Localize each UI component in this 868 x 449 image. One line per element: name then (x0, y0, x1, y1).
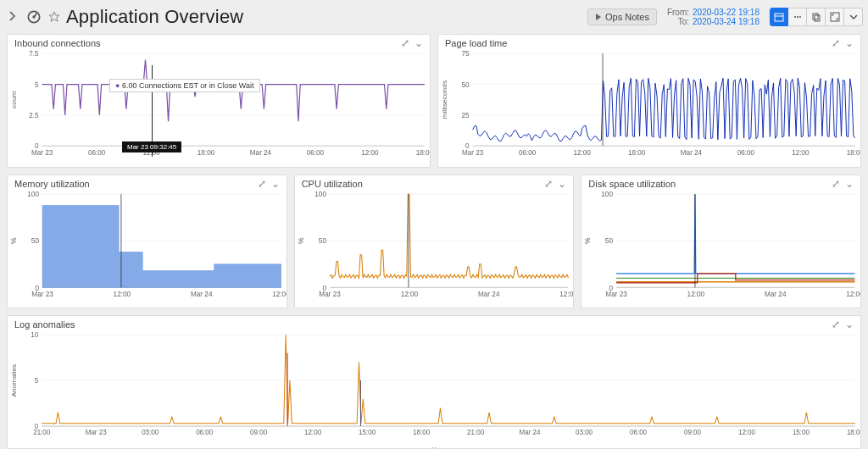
chevron-down-icon[interactable]: ⌄ (845, 319, 854, 330)
from-value: 2020-03-22 19:18 (693, 8, 760, 17)
svg-point-2 (32, 15, 35, 18)
dots-icon (793, 12, 803, 22)
panel-title: Memory utilization (14, 179, 258, 189)
svg-text:25: 25 (462, 112, 470, 119)
svg-text:12:00: 12:00 (738, 429, 756, 436)
expand-icon[interactable]: ⤢ (544, 179, 553, 189)
chevron-down-icon[interactable]: ⌄ (271, 179, 280, 189)
calendar-button[interactable] (770, 8, 788, 26)
expand-icon[interactable]: ⤢ (258, 179, 266, 189)
svg-text:5: 5 (35, 81, 39, 89)
header: Application Overview Ops Notes From: To:… (0, 0, 868, 34)
panel-page-load-time: Page load time ⤢ ⌄ 0255075Mar 2306:0012:… (437, 34, 861, 168)
svg-text:milliseconds: milliseconds (441, 80, 448, 119)
favorite-star-icon[interactable] (47, 10, 61, 24)
svg-text:06:00: 06:00 (737, 149, 755, 157)
svg-text:12:00: 12:00 (304, 429, 322, 436)
svg-text:Mar 24: Mar 24 (478, 290, 500, 298)
dots-button[interactable] (788, 8, 807, 26)
svg-text:12:00: 12:00 (272, 290, 286, 298)
chevron-down-icon[interactable]: ⌄ (415, 38, 423, 48)
svg-text:21:00: 21:00 (467, 429, 485, 436)
chart-memory[interactable]: 050100Mar 2312:00Mar 2412:00% (8, 191, 287, 303)
chart-anomalies[interactable]: 051021:00Mar 2303:0006:0009:0012:0015:00… (8, 331, 860, 442)
to-value: 2020-03-24 19:18 (693, 17, 760, 26)
svg-text:Anomalies: Anomalies (10, 364, 18, 397)
svg-text:Mar 24: Mar 24 (520, 429, 541, 436)
expand-icon[interactable]: ⤢ (401, 38, 409, 48)
svg-text:Mar 23: Mar 23 (31, 149, 53, 157)
svg-text:Mar 23: Mar 23 (86, 429, 107, 436)
time-range[interactable]: From: To: 2020-03-22 19:18 2020-03-24 19… (662, 8, 765, 26)
chart-disk[interactable]: 050100Mar 2312:00Mar 2412:00% (581, 191, 860, 303)
chevron-down-icon[interactable]: ⌄ (558, 179, 566, 189)
svg-text:18:00: 18:00 (198, 149, 215, 157)
chart-pageload[interactable]: 0255075Mar 2306:0012:0018:00Mar 2406:001… (438, 50, 860, 162)
svg-text:12:00: 12:00 (792, 149, 810, 157)
panel-cpu-utilization: CPU utilization ⤢⌄ 050100Mar 2312:00Mar … (294, 175, 575, 308)
fit-button[interactable] (826, 8, 844, 26)
svg-text:18:00: 18:00 (847, 429, 860, 436)
legend-chevron-icon[interactable]: ⌄ (430, 441, 438, 449)
panel-title: Page load time (445, 38, 832, 48)
dashboard-icon (25, 8, 42, 25)
svg-text:12:00: 12:00 (573, 149, 591, 157)
expand-icon[interactable]: ⤢ (832, 179, 840, 189)
svg-text:Mar 24: Mar 24 (191, 290, 213, 298)
more-button[interactable] (844, 8, 863, 26)
svg-text:12:00: 12:00 (361, 149, 379, 157)
svg-text:7.5: 7.5 (29, 50, 39, 58)
svg-point-7 (799, 16, 801, 18)
svg-text:100: 100 (27, 191, 39, 198)
svg-text:50: 50 (319, 236, 326, 245)
header-toolbar (770, 8, 863, 26)
expand-icon[interactable]: ⤢ (832, 319, 840, 330)
svg-text:%: % (584, 237, 593, 244)
svg-text:50: 50 (31, 236, 39, 245)
svg-text:Mar 24: Mar 24 (250, 149, 272, 157)
chart-cpu[interactable]: 050100Mar 2312:00Mar 2412:00% (295, 191, 574, 303)
svg-rect-9 (815, 15, 820, 21)
svg-text:Mar 24: Mar 24 (765, 290, 787, 298)
page-title: Application Overview (66, 6, 243, 28)
svg-text:18:00: 18:00 (416, 149, 430, 157)
svg-text:03:00: 03:00 (576, 429, 593, 436)
svg-text:03:00: 03:00 (142, 429, 159, 436)
chevron-down-icon (849, 13, 858, 21)
svg-text:06:00: 06:00 (307, 149, 325, 157)
svg-text:75: 75 (462, 50, 470, 58)
svg-text:100: 100 (314, 191, 326, 198)
svg-text:06:00: 06:00 (519, 149, 537, 157)
legend-chevron-icon[interactable]: ⌄ (645, 161, 654, 168)
svg-text:09:00: 09:00 (684, 429, 702, 436)
svg-text:5: 5 (35, 377, 39, 385)
svg-text:12:00: 12:00 (400, 290, 418, 298)
svg-point-6 (797, 16, 798, 18)
svg-rect-3 (775, 14, 783, 21)
panel-memory-utilization: Memory utilization ⤢⌄ 050100Mar 2312:00M… (7, 175, 287, 308)
svg-text:50: 50 (462, 81, 470, 89)
to-label: To: (667, 17, 689, 26)
svg-rect-10 (831, 13, 839, 21)
sidebar-toggle[interactable] (5, 8, 20, 26)
svg-text:%: % (297, 237, 305, 244)
chart-inbound[interactable]: 02.557.5Mar 2306:0012:0018:00Mar 2406:00… (8, 50, 430, 162)
chevron-down-icon[interactable]: ⌄ (845, 38, 854, 48)
ops-notes-button[interactable]: Ops Notes (587, 8, 657, 25)
svg-text:09:00: 09:00 (250, 429, 268, 436)
svg-text:Mar 23: Mar 23 (606, 290, 628, 298)
copy-icon (811, 12, 821, 22)
svg-rect-8 (813, 14, 818, 19)
svg-text:18:00: 18:00 (628, 149, 646, 157)
chevron-down-icon[interactable]: ⌄ (845, 179, 854, 189)
svg-text:10: 10 (31, 331, 38, 339)
svg-text:12:00: 12:00 (142, 149, 160, 157)
expand-icon[interactable]: ⤢ (832, 38, 840, 48)
copy-button[interactable] (807, 8, 826, 26)
from-label: From: (667, 8, 689, 17)
legend-chevron-icon[interactable]: ⌄ (214, 161, 223, 168)
panel-title: Log anomalies (14, 319, 832, 330)
dashboard-grid: Inbound connections ⤢ ⌄ 02.557.5Mar 2306… (0, 34, 868, 449)
svg-text:Mar 23: Mar 23 (31, 290, 53, 298)
panel-title: Inbound connections (14, 38, 401, 48)
